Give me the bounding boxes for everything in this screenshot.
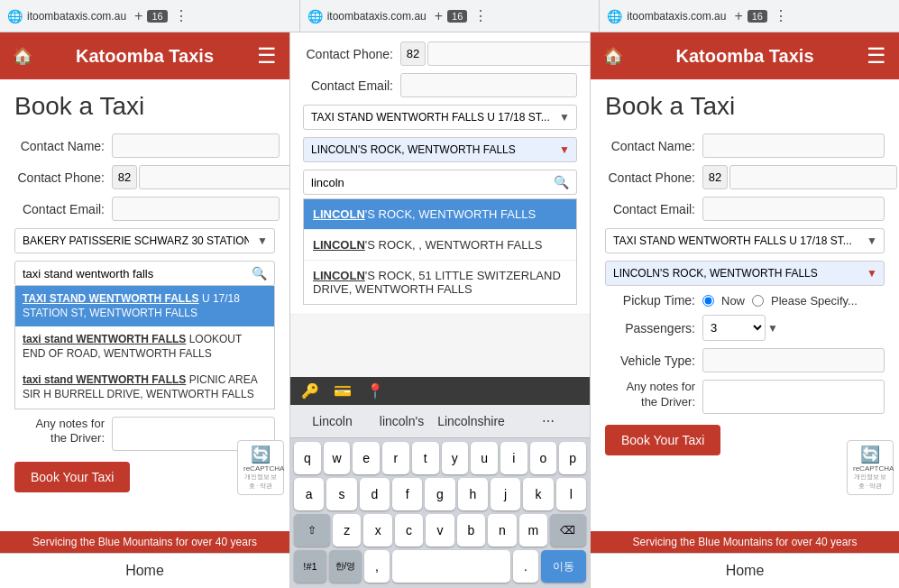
right-now-radio[interactable] [702,295,714,307]
right-phone-input[interactable] [729,165,897,189]
mid-phone-prefix: 82 [400,41,426,66]
suggestion-lincolns[interactable]: lincoln's [367,410,436,432]
key-y[interactable]: y [442,442,469,474]
key-b[interactable]: b [457,514,485,547]
key-f[interactable]: f [392,478,422,510]
contact-phone-input[interactable] [139,165,289,189]
right-hamburger[interactable]: ☰ [867,43,886,69]
right-url: itoombataxis.com.au [627,10,726,23]
globe-icon-mid: 🌐 [307,9,323,23]
right-header-title: Katoomba Taxis [676,46,814,67]
key-icon[interactable]: 🔑 [301,382,319,400]
right-passengers-label: Passengers: [605,321,695,335]
mid-phone-input[interactable] [427,41,591,66]
key-l[interactable]: l [556,478,586,510]
right-home-icon[interactable]: 🏠 [603,46,623,66]
phone-prefix: 82 [112,165,137,189]
key-period[interactable]: . [513,550,538,583]
key-lang[interactable]: 한/영 [329,550,362,583]
mid-pickup-select[interactable]: TAXI STAND WENTWORTH FALLS U 17/18 ST... [303,105,577,130]
key-space[interactable] [392,550,510,583]
key-m[interactable]: m [519,514,547,547]
key-r[interactable]: r [382,442,409,474]
key-comma[interactable]: , [364,550,390,583]
right-name-input[interactable] [702,133,885,158]
mid-search-icon: 🔍 [554,175,569,189]
card-icon[interactable]: 💳 [334,382,352,400]
ac-item-2[interactable]: LINCOLN'S ROCK, 51 LITTLE SWITZERLAND DR… [304,261,576,304]
dropdown-item-0[interactable]: TAXI STAND WENTWORTH FALLS U 17/18 STATI… [15,286,274,326]
key-action[interactable]: 이동 [541,550,586,583]
mid-email-label: Contact Email: [303,78,393,93]
mid-email-input[interactable] [400,73,577,97]
suggestion-lincoln[interactable]: Lincoln [298,410,367,432]
key-i[interactable]: i [500,442,527,474]
right-add-tab[interactable]: + [734,8,742,24]
right-pickup-time-label: Pickup Time: [605,293,695,308]
right-notes-label: Any notes forthe Driver: [605,380,695,410]
key-j[interactable]: j [491,478,520,510]
key-w[interactable]: w [324,442,351,474]
right-tab-count[interactable]: 16 [748,10,767,23]
left-home-button[interactable]: Home [0,553,289,588]
right-email-input[interactable] [702,197,885,221]
right-notes-textarea[interactable] [702,380,885,414]
key-c[interactable]: c [395,514,423,547]
right-specify-radio[interactable] [752,295,764,307]
key-backspace[interactable]: ⌫ [550,514,586,547]
key-o[interactable]: o [530,442,557,474]
book-taxi-button-left[interactable]: Book Your Taxi [14,462,130,492]
key-shift[interactable]: ⇧ [294,514,330,547]
mid-add-tab[interactable]: + [435,8,443,24]
key-g[interactable]: g [425,478,454,510]
left-tab-count[interactable]: 16 [147,10,167,23]
ac-item-2-bold: LINCOLN [313,269,365,282]
right-name-label: Contact Name: [605,139,695,153]
key-e[interactable]: e [353,442,380,474]
suggestion-lincolnshire[interactable]: Lincolnshire [436,410,506,432]
left-add-tab[interactable]: + [134,8,142,24]
key-a[interactable]: a [294,478,324,510]
key-t[interactable]: t [412,442,439,474]
right-passengers-select[interactable]: 3 1 2 4 5 [702,315,766,341]
key-numpad[interactable]: !#1 [294,550,326,583]
location-search-input[interactable] [23,267,248,280]
key-v[interactable]: v [426,514,454,547]
left-url: itoombataxis.com.au [27,10,126,23]
contact-email-input[interactable] [112,197,280,221]
right-menu-icon[interactable]: ⋮ [774,7,788,24]
location-icon[interactable]: 📍 [366,382,384,400]
left-menu-icon[interactable]: ⋮ [174,7,188,24]
right-home-button[interactable]: Home [591,553,899,588]
right-page-heading: Book a Taxi [605,92,885,121]
pickup-select[interactable]: BAKERY PATISSERIE SCHWARZ 30 STATION ... [14,228,275,253]
right-vehicle-input[interactable] [702,348,885,372]
passengers-arrow: ▼ [767,322,778,335]
more-suggestions[interactable]: ⋯ [513,410,583,432]
left-home-icon[interactable]: 🏠 [13,46,32,66]
key-z[interactable]: z [333,514,361,547]
right-destination-select[interactable]: LINCOLN'S ROCK, WENTWORTH FALLS [605,261,885,286]
key-s[interactable]: s [326,478,356,510]
mid-search-input[interactable] [311,176,550,189]
mid-tab-count[interactable]: 16 [447,10,467,23]
left-hamburger[interactable]: ☰ [257,43,277,69]
mid-menu-icon[interactable]: ⋮ [473,7,488,24]
key-u[interactable]: u [471,442,498,474]
notes-label: Any notes forthe Driver: [14,417,105,447]
contact-name-input[interactable] [112,133,280,158]
dropdown-item-2[interactable]: taxi stand WENTWORTH FALLS PICNIC AREA S… [15,367,274,408]
key-k[interactable]: k [523,478,553,510]
key-d[interactable]: d [360,478,390,510]
key-p[interactable]: p [559,442,586,474]
key-n[interactable]: n [488,514,516,547]
dropdown-item-1[interactable]: taxi stand WENTWORTH FALLS LOOKOUT END O… [15,326,274,367]
ac-item-0[interactable]: LINCOLN'S ROCK, WENTWORTH FALLS [304,199,576,230]
key-x[interactable]: x [363,514,391,547]
mid-destination-select[interactable]: LINCOLN'S ROCK, WENTWORTH FALLS [303,137,577,162]
ac-item-1[interactable]: LINCOLN'S ROCK, , WENTWORTH FALLS [304,230,576,261]
book-taxi-button-right[interactable]: Book Your Taxi [605,425,720,455]
right-pickup-select[interactable]: TAXI STAND WENTWORTH FALLS U 17/18 ST... [605,228,885,253]
key-h[interactable]: h [458,478,488,510]
key-q[interactable]: q [294,442,321,474]
